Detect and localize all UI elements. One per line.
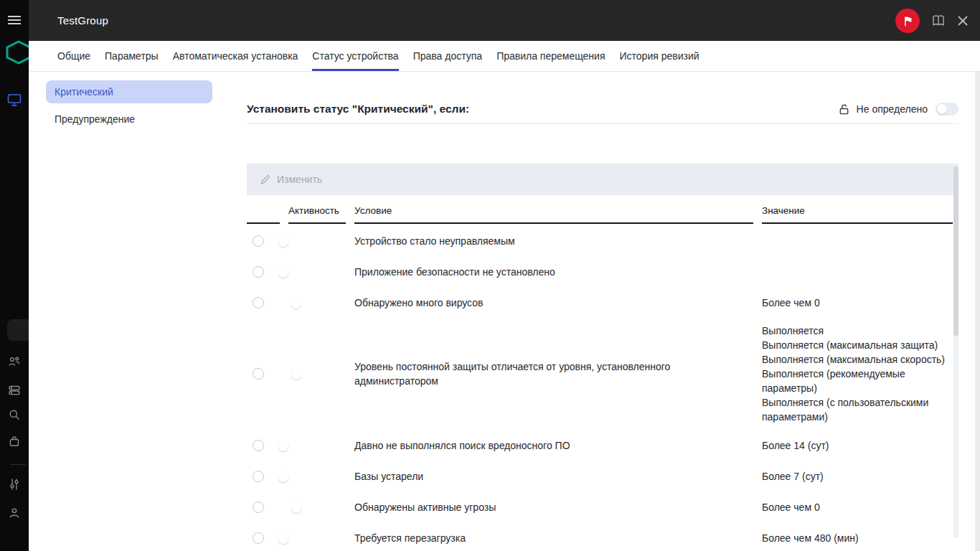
value-line: Выполняется [762, 324, 953, 338]
row-radio[interactable] [253, 532, 264, 544]
rail-divider [10, 464, 26, 465]
toggle-knob [278, 268, 288, 278]
row-radio[interactable] [253, 235, 264, 247]
value-line: Более чем 0 [762, 296, 953, 310]
edit-button[interactable]: Изменить [260, 174, 322, 185]
value-cell: Более 14 (сут) [762, 438, 953, 453]
section-heading: Установить статус "Критический", если: [247, 103, 469, 116]
status-subnav: КритическийПредупреждение [46, 80, 212, 135]
hamburger-menu-icon[interactable] [0, 14, 29, 26]
kaspersky-logo [6, 40, 29, 65]
tab-6[interactable]: Правила перемещения [496, 41, 605, 71]
toggle-knob [937, 104, 947, 114]
search-icon[interactable] [0, 408, 29, 421]
close-icon[interactable] [957, 15, 969, 27]
window-title: TestGroup [57, 14, 108, 27]
condition-text: Обнаружены активные угрозы [354, 500, 753, 514]
tab-bar: ОбщиеПараметрыАвтоматическая установкаСт… [29, 41, 980, 72]
tab-5[interactable]: Права доступа [413, 41, 482, 71]
condition-text: Давно не выполнялся поиск вредоносного П… [354, 438, 753, 453]
column-header-select [247, 199, 280, 224]
subnav-item-warning[interactable]: Предупреждение [46, 108, 212, 131]
row-radio[interactable] [253, 501, 264, 513]
tab-4[interactable]: Статус устройства [312, 41, 398, 71]
value-cell: Более чем 480 (мин) [762, 531, 953, 545]
table-row[interactable]: Давно не выполнялся поиск вредоносного П… [247, 430, 953, 461]
toggle-knob [291, 298, 301, 309]
marketplace-bag-icon[interactable] [0, 435, 29, 448]
tab-2[interactable]: Параметры [105, 41, 159, 71]
toggle-knob [278, 534, 288, 544]
app-rail [0, 0, 29, 551]
condition-text: Требуется перезагрузка [354, 531, 753, 545]
status-settings-panel: Установить статус "Критический", если: Н… [247, 72, 958, 551]
value-line: Более 14 (сут) [762, 438, 953, 453]
value-cell: Более 7 (сут) [762, 469, 953, 484]
pencil-icon [260, 174, 270, 185]
table-toolbar: Изменить [247, 164, 958, 195]
value-line: Выполняется (рекомендуемые параметры) [762, 367, 953, 395]
window-titlebar: TestGroup [29, 0, 980, 41]
rail-active-item-highlight[interactable] [7, 319, 29, 341]
table-header: Активность Условие Значение [247, 199, 953, 224]
value-cell: ВыполняетсяВыполняется (максимальная защ… [762, 324, 953, 424]
conditions-table: Активность Условие Значение Устройство с… [247, 199, 953, 551]
condition-text: Уровень постоянной защиты отличается от … [354, 359, 753, 388]
row-radio[interactable] [253, 266, 264, 278]
lock-toggle[interactable] [936, 103, 958, 116]
row-radio[interactable] [253, 440, 264, 451]
value-line: Более чем 0 [762, 500, 953, 514]
table-row[interactable]: Базы устарели Более 7 (сут) [247, 461, 953, 491]
table-row[interactable]: Требуется перезагрузка Более чем 480 (ми… [247, 522, 953, 551]
table-row[interactable]: Обнаружено много вирусов Более чем 0 [247, 287, 953, 318]
value-line: Более 7 (сут) [762, 469, 953, 484]
condition-text: Обнаружено много вирусов [354, 296, 753, 310]
table-row[interactable]: Уровень постоянной защиты отличается от … [247, 318, 953, 430]
tab-content: КритическийПредупреждение Установить ста… [29, 72, 980, 551]
toggle-knob [278, 237, 288, 247]
unlock-icon [838, 103, 850, 116]
value-cell: Более чем 0 [762, 500, 953, 514]
condition-text: Базы устарели [354, 469, 753, 484]
value-line: Более чем 480 (мин) [762, 531, 953, 545]
condition-text: Устройство стало неуправляемым [354, 234, 753, 248]
devices-monitor-icon[interactable] [0, 93, 29, 107]
column-header-value: Значение [762, 199, 953, 224]
toggle-knob [278, 472, 288, 482]
value-cell: Более чем 0 [762, 296, 953, 310]
notifications-flag-badge[interactable] [895, 9, 920, 33]
lock-state-label: Не определено [857, 103, 928, 115]
table-row[interactable]: Приложение безопасности не установлено [247, 256, 953, 287]
column-header-condition: Условие [354, 199, 753, 224]
subnav-item-critical[interactable]: Критический [46, 80, 212, 103]
value-line: Выполняется (с пользовательскими парамет… [762, 395, 953, 424]
tab-3[interactable]: Автоматическая установка [173, 41, 298, 71]
table-rows: Устройство стало неуправляемым Приложени… [247, 225, 953, 551]
table-row[interactable]: Устройство стало неуправляемым [247, 225, 953, 256]
toggle-knob [278, 441, 288, 451]
account-icon[interactable] [0, 507, 29, 519]
value-line: Выполняется (максимальная защита) [762, 338, 953, 352]
toggle-knob [291, 369, 301, 380]
tab-7[interactable]: История ревизий [620, 41, 699, 71]
edit-button-label: Изменить [277, 174, 322, 185]
column-header-activity: Активность [288, 199, 346, 224]
condition-text: Приложение безопасности не установлено [354, 265, 753, 279]
toggle-knob [291, 503, 301, 513]
console-settings-icon[interactable] [0, 478, 29, 491]
tab-1[interactable]: Общие [57, 41, 90, 71]
heading-divider [247, 123, 958, 124]
row-radio[interactable] [253, 368, 264, 380]
help-book-icon[interactable] [931, 14, 946, 27]
panel-scrollbar-thumb[interactable] [953, 166, 958, 336]
row-radio[interactable] [253, 471, 264, 482]
servers-icon[interactable] [0, 384, 29, 397]
users-icon[interactable] [0, 355, 29, 368]
value-line: Выполняется (максимальная скорость) [762, 352, 953, 367]
table-row[interactable]: Обнаружены активные угрозы Более чем 0 [247, 491, 953, 522]
window-scrollbar[interactable] [975, 72, 980, 551]
row-radio[interactable] [253, 297, 264, 309]
flag-icon [901, 14, 914, 27]
